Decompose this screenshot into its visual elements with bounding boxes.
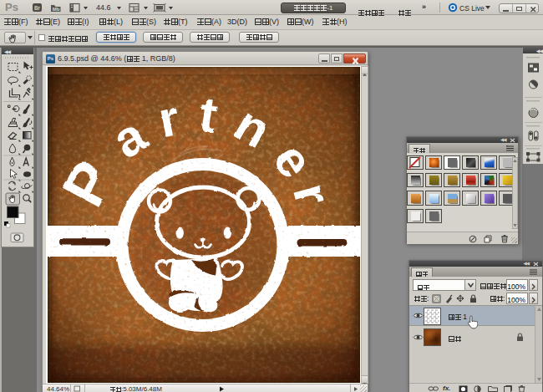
svg-text:Br: Br: [34, 5, 41, 11]
svg-text:Mb: Mb: [53, 7, 60, 12]
